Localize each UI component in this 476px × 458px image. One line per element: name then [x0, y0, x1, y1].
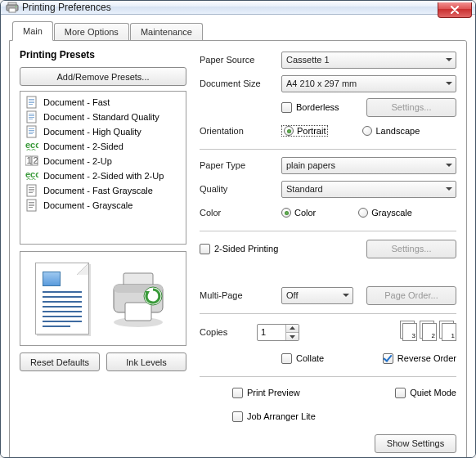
preset-label: Document - High Quality [43, 127, 141, 137]
svg-rect-27 [29, 189, 34, 190]
paper-preview [35, 263, 89, 335]
two-sided-checkbox[interactable]: 2-Sided Printing [200, 244, 322, 254]
page-order-button: Page Order... [366, 286, 456, 305]
svg-rect-29 [29, 192, 33, 193]
preset-label: Document - 2-Up [43, 156, 112, 166]
print-preview-checkbox[interactable]: Print Preview [232, 388, 300, 398]
document-icon [25, 110, 38, 123]
svg-rect-28 [29, 191, 34, 191]
svg-rect-13 [29, 119, 33, 119]
ink-levels-button[interactable]: Ink Levels [106, 352, 186, 371]
quiet-mode-checkbox[interactable]: Quiet Mode [395, 388, 456, 398]
paper-type-select[interactable]: plain papers [281, 157, 456, 174]
two-sided-settings-button: Settings... [366, 240, 456, 258]
eco-icon: eco [25, 169, 38, 182]
tabs: Main More Options Maintenance [9, 21, 467, 41]
orientation-portrait-radio[interactable]: Portrait [281, 125, 328, 137]
borderless-checkbox[interactable]: Borderless [281, 102, 339, 113]
color-color-radio[interactable]: Color [281, 208, 316, 218]
svg-rect-8 [29, 104, 33, 105]
presets-column: Printing Presets Add/Remove Presets... D… [20, 49, 186, 456]
multi-page-label: Multi-Page [200, 290, 281, 300]
svg-point-3 [16, 6, 17, 7]
close-button[interactable] [438, 2, 472, 18]
svg-rect-7 [29, 102, 34, 103]
svg-rect-26 [29, 187, 34, 188]
svg-text:eco: eco [25, 140, 38, 150]
svg-rect-11 [29, 115, 34, 116]
preset-item[interactable]: Document - Fast [22, 95, 184, 110]
orientation-landscape-radio[interactable]: Landscape [362, 126, 420, 136]
document-icon [25, 96, 38, 109]
svg-rect-16 [29, 130, 34, 131]
orientation-label: Orientation [200, 126, 281, 136]
preset-label: Document - Grayscale [43, 200, 132, 210]
eco-icon: eco [25, 140, 38, 153]
job-arranger-checkbox[interactable]: Job Arranger Lite [232, 411, 316, 422]
preset-item[interactable]: 12 Document - 2-Up [22, 154, 184, 168]
preset-list: Document - Fast Document - Standard Qual… [20, 91, 186, 245]
settings-column: Paper Source Cassette 1 Document Size A4… [200, 49, 456, 456]
printer-icon [6, 1, 19, 14]
svg-rect-39 [125, 303, 151, 321]
copies-up[interactable] [286, 324, 299, 332]
svg-rect-18 [29, 133, 33, 134]
twoup-icon: 12 [25, 155, 38, 168]
svg-text:1: 1 [27, 155, 32, 165]
document-icon [25, 125, 38, 138]
content: Main More Options Maintenance Printing P… [1, 15, 475, 458]
preset-label: Document - Fast Grayscale [43, 186, 153, 195]
copies-illustration: 3 2 1 [402, 323, 456, 341]
svg-rect-5 [29, 99, 34, 100]
presets-title: Printing Presets [20, 49, 186, 61]
copies-label: Copies [200, 327, 257, 337]
document-gray-icon [25, 184, 38, 197]
svg-text:2: 2 [34, 155, 38, 165]
document-size-select[interactable]: A4 210 x 297 mm [281, 75, 456, 92]
tab-main[interactable]: Main [12, 21, 53, 41]
color-grayscale-radio[interactable]: Grayscale [358, 208, 412, 218]
reverse-order-checkbox[interactable]: Reverse Order [383, 353, 456, 364]
color-label: Color [200, 208, 281, 218]
preset-item[interactable]: Document - Fast Grayscale [22, 183, 184, 198]
tab-panel-main: Printing Presets Add/Remove Presets... D… [9, 40, 467, 458]
quality-select[interactable]: Standard [281, 181, 456, 198]
preset-item[interactable]: Document - High Quality [22, 124, 184, 139]
collate-checkbox[interactable]: Collate [281, 353, 324, 364]
preset-label: Document - Fast [43, 97, 110, 107]
dialog-window: Printing Preferences Main More Options M… [0, 0, 476, 458]
preset-item[interactable]: Document - Grayscale [22, 198, 184, 213]
preset-item[interactable]: eco Document - 2-Sided with 2-Up [22, 168, 184, 183]
titlebar: Printing Preferences [1, 1, 475, 15]
multi-page-select[interactable]: Off [281, 287, 353, 304]
svg-rect-32 [29, 204, 34, 204]
svg-text:eco: eco [25, 169, 38, 179]
document-gray-icon [25, 199, 38, 212]
svg-rect-17 [29, 132, 34, 132]
document-size-label: Document Size [200, 79, 281, 88]
preview-area [20, 251, 186, 346]
preset-item[interactable]: eco Document - 2-Sided [22, 139, 184, 154]
svg-rect-33 [29, 205, 34, 206]
paper-type-label: Paper Type [200, 160, 281, 170]
svg-rect-31 [29, 202, 34, 203]
preset-label: Document - 2-Sided with 2-Up [43, 171, 164, 181]
svg-rect-12 [29, 117, 34, 118]
show-settings-button[interactable]: Show Settings [375, 434, 456, 453]
preset-item[interactable]: Document - Standard Quality [22, 110, 184, 124]
svg-rect-10 [29, 114, 34, 114]
add-remove-presets-button[interactable]: Add/Remove Presets... [20, 67, 186, 86]
printer-preview-icon [106, 267, 171, 330]
reset-defaults-button[interactable]: Reset Defaults [20, 352, 100, 371]
window-title: Printing Preferences [22, 2, 111, 13]
svg-rect-6 [29, 101, 34, 101]
preset-label: Document - Standard Quality [43, 112, 159, 122]
svg-rect-2 [9, 8, 16, 12]
quality-label: Quality [200, 184, 281, 194]
copies-down[interactable] [286, 332, 299, 340]
paper-source-label: Paper Source [200, 55, 281, 65]
paper-source-select[interactable]: Cassette 1 [281, 52, 456, 69]
svg-rect-34 [29, 207, 33, 208]
borderless-settings-button: Settings... [366, 98, 456, 117]
copies-spinner[interactable]: 1 [257, 324, 299, 341]
